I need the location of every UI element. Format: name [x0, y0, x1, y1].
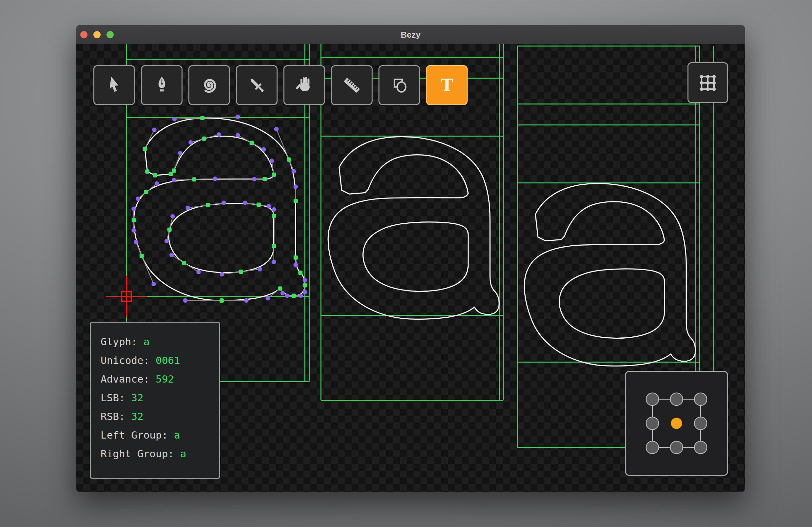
on-curve-point[interactable]: [278, 286, 282, 291]
off-curve-point[interactable]: [172, 117, 177, 121]
window-title: Bezy: [76, 25, 745, 44]
on-curve-point[interactable]: [262, 177, 267, 181]
off-curve-point[interactable]: [131, 207, 136, 211]
bezier-points: [131, 115, 307, 303]
widget-position-dot[interactable]: [646, 417, 659, 429]
off-curve-point[interactable]: [272, 207, 276, 212]
tool-measure-button[interactable]: [331, 65, 373, 105]
glyph-outline-glyph-a-edit[interactable]: [134, 118, 305, 301]
off-curve-point[interactable]: [293, 185, 298, 189]
off-curve-point[interactable]: [302, 290, 307, 294]
off-curve-point[interactable]: [236, 115, 240, 119]
off-curve-point[interactable]: [151, 282, 156, 286]
on-curve-point[interactable]: [153, 173, 157, 177]
glyph-outline-glyph-a-2[interactable]: [328, 136, 499, 319]
glyph-outline-glyph-a-3[interactable]: [524, 184, 695, 366]
on-curve-point[interactable]: [294, 255, 298, 260]
on-curve-point[interactable]: [272, 173, 276, 177]
on-curve-point[interactable]: [206, 203, 210, 207]
sort-grid-button[interactable]: [687, 62, 728, 103]
on-curve-point[interactable]: [182, 261, 186, 265]
off-curve-point[interactable]: [172, 178, 176, 182]
on-curve-point[interactable]: [132, 218, 136, 222]
off-curve-point[interactable]: [266, 296, 270, 301]
off-curve-point[interactable]: [272, 260, 276, 264]
widget-position-dot[interactable]: [670, 441, 683, 454]
off-curve-point[interactable]: [217, 132, 221, 137]
info-value: a: [180, 448, 186, 459]
on-curve-point[interactable]: [202, 136, 206, 141]
position-selector[interactable]: [626, 372, 727, 475]
widget-position-dot[interactable]: [670, 393, 683, 406]
off-curve-point[interactable]: [196, 270, 201, 275]
off-curve-point[interactable]: [302, 278, 307, 283]
off-curve-point[interactable]: [164, 239, 169, 243]
off-curve-point[interactable]: [152, 128, 157, 132]
off-curve-point[interactable]: [285, 293, 289, 298]
on-curve-point[interactable]: [287, 158, 291, 162]
on-curve-point[interactable]: [144, 190, 148, 194]
title-bar[interactable]: Bezy: [76, 25, 745, 45]
on-curve-point[interactable]: [172, 169, 176, 173]
off-curve-point[interactable]: [261, 147, 266, 152]
on-curve-point[interactable]: [303, 283, 307, 288]
tool-spiral-button[interactable]: [188, 65, 230, 105]
off-curve-point[interactable]: [269, 159, 274, 163]
off-curve-point[interactable]: [221, 201, 226, 205]
off-curve-point[interactable]: [292, 169, 296, 174]
on-curve-point[interactable]: [239, 269, 243, 274]
off-curve-point[interactable]: [266, 204, 271, 209]
off-curve-point[interactable]: [280, 291, 285, 295]
off-curve-point[interactable]: [220, 272, 224, 277]
off-curve-point[interactable]: [131, 228, 136, 233]
on-curve-point[interactable]: [200, 116, 204, 120]
glyph-canvas[interactable]: Glyph: aUnicode: 0061Advance: 592LSB: 32…: [76, 44, 745, 492]
widget-position-dot[interactable]: [694, 417, 707, 429]
tool-pen-button[interactable]: [141, 65, 183, 105]
off-curve-point[interactable]: [170, 214, 175, 219]
tool-shapes-button[interactable]: [378, 65, 420, 105]
on-curve-point[interactable]: [294, 199, 298, 203]
widget-position-dot[interactable]: [694, 393, 707, 406]
off-curve-point[interactable]: [293, 263, 298, 267]
off-curve-point[interactable]: [183, 298, 188, 303]
widget-position-dot-active[interactable]: [671, 418, 682, 429]
off-curve-point[interactable]: [170, 253, 174, 258]
on-curve-point[interactable]: [272, 244, 276, 248]
info-label: LSB:: [101, 392, 131, 404]
off-curve-point[interactable]: [213, 177, 217, 181]
off-curve-point[interactable]: [186, 206, 190, 210]
on-curve-point[interactable]: [168, 228, 172, 232]
on-curve-point[interactable]: [220, 298, 224, 303]
on-curve-point[interactable]: [292, 293, 296, 298]
on-curve-point[interactable]: [143, 147, 147, 151]
tool-select-button[interactable]: [93, 65, 135, 105]
info-row: Unicode: 0061: [101, 351, 219, 370]
off-curve-point[interactable]: [188, 140, 193, 145]
off-curve-point[interactable]: [274, 127, 279, 132]
widget-position-dot[interactable]: [646, 441, 659, 454]
on-curve-point[interactable]: [257, 203, 261, 207]
tool-text-button[interactable]: [426, 65, 468, 105]
on-curve-point[interactable]: [298, 270, 302, 275]
widget-position-dot[interactable]: [646, 393, 659, 406]
on-curve-point[interactable]: [140, 254, 144, 258]
tool-pan-button[interactable]: [284, 65, 325, 105]
off-curve-point[interactable]: [258, 267, 262, 272]
off-curve-point[interactable]: [136, 196, 140, 201]
on-curve-point[interactable]: [169, 172, 173, 176]
tool-knife-button[interactable]: [236, 65, 278, 105]
off-curve-point[interactable]: [299, 293, 303, 298]
on-curve-point[interactable]: [250, 141, 254, 145]
off-curve-point[interactable]: [134, 240, 138, 244]
off-curve-point[interactable]: [178, 151, 183, 156]
on-curve-point[interactable]: [145, 169, 149, 174]
off-curve-point[interactable]: [243, 201, 247, 205]
off-curve-point[interactable]: [236, 133, 240, 137]
off-curve-point[interactable]: [252, 177, 257, 181]
off-curve-point[interactable]: [155, 181, 159, 186]
on-curve-point[interactable]: [192, 177, 196, 181]
off-curve-point[interactable]: [244, 298, 249, 303]
widget-position-dot[interactable]: [694, 441, 707, 454]
on-curve-point[interactable]: [272, 214, 276, 218]
